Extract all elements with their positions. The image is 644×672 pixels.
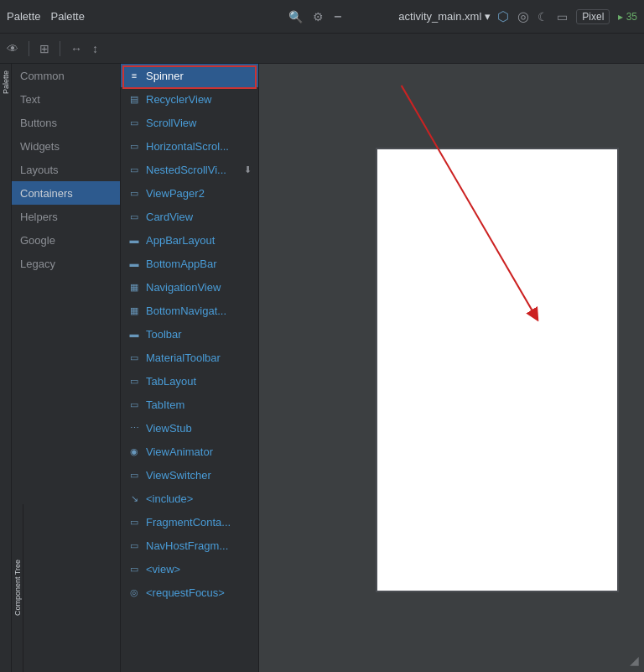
component-item-recyclerview[interactable]: ▤RecyclerView (121, 87, 258, 111)
viewstub-icon: ⋯ (127, 423, 141, 434)
viewstub-label: ViewStub (146, 422, 252, 435)
appbarlayout-label: AppBarLayout (146, 234, 252, 247)
component-item-navigationview[interactable]: ▦NavigationView (121, 275, 258, 299)
settings-icon[interactable]: ⚙ (313, 10, 324, 23)
palette-item-buttons[interactable]: Buttons (12, 111, 120, 134)
arrow-h-icon[interactable]: ↔ (70, 42, 82, 55)
toolbar-label: Toolbar (146, 328, 252, 341)
toolbar-icon: ▬ (127, 329, 141, 339)
palette-item-helpers[interactable]: Helpers (12, 205, 120, 228)
palette-items: CommonTextButtonsWidgetsLayoutsContainer… (12, 64, 120, 275)
bottomappbar-label: BottomAppBar (146, 258, 252, 270)
component-item-viewstub[interactable]: ⋯ViewStub (121, 416, 258, 440)
navigationview-label: NavigationView (146, 281, 252, 294)
moon-icon[interactable]: ☾ (538, 10, 548, 23)
toolbar-filename: activity_main.xml ▾ (398, 10, 491, 23)
component-item-include[interactable]: ↘<include> (121, 487, 258, 510)
grid-icon[interactable]: ⊞ (39, 42, 49, 55)
tabitem-icon: ▭ (127, 399, 141, 410)
fragmentcontainer-label: FragmentConta... (146, 516, 252, 529)
component-item-viewswitcher[interactable]: ▭ViewSwitcher (121, 463, 258, 487)
component-tree-vtab[interactable]: Component Tree (12, 556, 23, 619)
nestedscrollview-label: NestedScrollVi... (146, 164, 239, 176)
scrollview-icon: ▭ (127, 117, 141, 128)
tablayout-label: TabLayout (146, 375, 252, 388)
eye-icon[interactable]: 👁 (7, 42, 18, 55)
viewanimator-icon: ◉ (127, 446, 141, 457)
filename-dropdown[interactable]: ▾ (485, 10, 491, 23)
palette-label: Palette (7, 10, 40, 23)
component-item-bottomappbar[interactable]: ▬BottomAppBar (121, 252, 258, 275)
palette-item-text[interactable]: Text (12, 87, 120, 111)
palette-item-containers[interactable]: Containers (12, 181, 120, 205)
component-item-tabitem[interactable]: ▭TabItem (121, 393, 258, 416)
design-icon[interactable]: ⬡ (497, 8, 509, 24)
component-item-appbarlayout[interactable]: ▬AppBarLayout (121, 228, 258, 252)
view-icon: ▭ (127, 564, 141, 575)
toolbar-right: ⬡ ◎ ☾ ▭ Pixel ▸ 35 (497, 8, 637, 24)
palette-vtab[interactable]: Palette (0, 67, 12, 97)
component-item-toolbar[interactable]: ▬Toolbar (121, 322, 258, 346)
blueprint-icon[interactable]: ◎ (517, 8, 529, 24)
component-item-navhostfragment[interactable]: ▭NavHostFragm... (121, 534, 258, 557)
palette-item-layouts[interactable]: Layouts (12, 158, 120, 181)
pixel-badge[interactable]: Pixel (576, 9, 610, 24)
horizontalscroll-icon: ▭ (127, 141, 141, 152)
nestedscrollview-icon: ▭ (127, 164, 141, 175)
component-item-viewanimator[interactable]: ◉ViewAnimator (121, 440, 258, 463)
component-item-horizontalscroll[interactable]: ▭HorizontalScrol... (121, 134, 258, 158)
main-content: Palette CommonTextButtonsWidgetsLayoutsC… (0, 64, 644, 672)
separator (29, 41, 29, 56)
device-frame (376, 148, 619, 592)
component-item-nestedscrollview[interactable]: ▭NestedScrollVi...⬇ (121, 158, 258, 181)
component-item-requestfocus[interactable]: ◎<requestFocus> (121, 581, 258, 604)
materialtoolbar-label: MaterialToolbar (146, 352, 252, 364)
top-toolbar: Palette Palette 🔍 ⚙ − activity_main.xml … (0, 0, 644, 34)
palette-item-google[interactable]: Google (12, 228, 120, 252)
component-item-scrollview[interactable]: ▭ScrollView (121, 111, 258, 134)
secondary-toolbar: 👁 ⊞ ↔ ↕ (0, 34, 644, 64)
corner-indicator: ◢ (630, 654, 639, 667)
cardview-label: CardView (146, 211, 252, 223)
component-item-tablayout[interactable]: ▭TabLayout (121, 369, 258, 393)
include-icon: ↘ (127, 493, 141, 504)
recyclerview-icon: ▤ (127, 94, 141, 105)
canvas-area[interactable]: ◢ (259, 64, 644, 672)
nestedscrollview-download-icon[interactable]: ⬇ (244, 164, 252, 175)
component-item-fragmentcontainer[interactable]: ▭FragmentConta... (121, 510, 258, 534)
palette-item-common[interactable]: Common (12, 64, 120, 87)
horizontalscroll-label: HorizontalScrol... (146, 140, 252, 153)
search-icon[interactable]: 🔍 (288, 10, 303, 23)
palette-sidebar: CommonTextButtonsWidgetsLayoutsContainer… (12, 64, 121, 672)
toolbar-title: Palette (50, 10, 84, 23)
include-label: <include> (146, 492, 252, 505)
viewanimator-label: ViewAnimator (146, 445, 252, 458)
component-tree-strip: Component Tree (12, 504, 23, 672)
component-item-cardview[interactable]: ▭CardView (121, 205, 258, 228)
viewpager2-label: ViewPager2 (146, 187, 252, 200)
tablayout-icon: ▭ (127, 376, 141, 387)
scrollview-label: ScrollView (146, 117, 252, 129)
palette-item-widgets[interactable]: Widgets (12, 134, 120, 158)
toolbar-title-text: Palette (50, 10, 84, 23)
component-list: ≡Spinner▤RecyclerView▭ScrollView▭Horizon… (121, 64, 259, 672)
component-items: ≡Spinner▤RecyclerView▭ScrollView▭Horizon… (121, 64, 258, 604)
cardview-icon: ▭ (127, 211, 141, 222)
component-item-spinner[interactable]: ≡Spinner (121, 64, 258, 87)
palette-item-legacy[interactable]: Legacy (12, 252, 120, 275)
tablet-icon[interactable]: ▭ (557, 10, 568, 23)
arrow-v-icon[interactable]: ↕ (92, 42, 98, 55)
minimize-icon[interactable]: − (334, 9, 341, 24)
navhostfragment-icon: ▭ (127, 540, 141, 551)
materialtoolbar-icon: ▭ (127, 352, 141, 363)
component-item-bottomnavigation[interactable]: ▦BottomNavigat... (121, 299, 258, 322)
component-item-materialtoolbar[interactable]: ▭MaterialToolbar (121, 346, 258, 369)
bottomappbar-icon: ▬ (127, 258, 141, 268)
component-item-view[interactable]: ▭<view> (121, 557, 258, 581)
spinner-label: Spinner (146, 70, 252, 82)
viewpager2-icon: ▭ (127, 188, 141, 199)
requestfocus-label: <requestFocus> (146, 586, 252, 599)
component-item-viewpager2[interactable]: ▭ViewPager2 (121, 181, 258, 205)
bottomnavigation-icon: ▦ (127, 305, 141, 316)
toolbar-icons: 🔍 ⚙ − (288, 9, 341, 24)
